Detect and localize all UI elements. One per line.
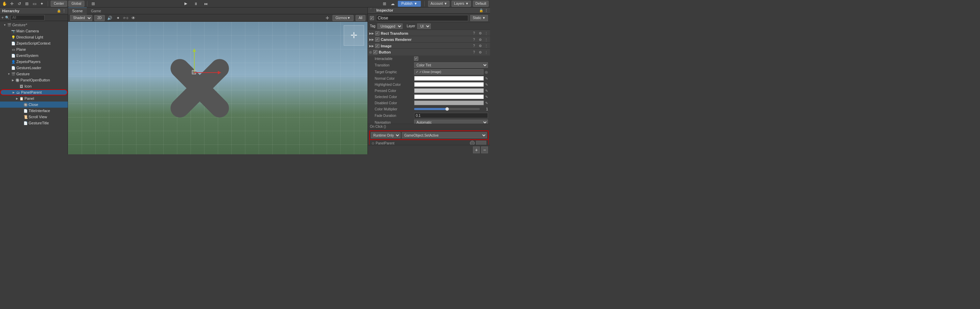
rect-transform-header[interactable]: ▶▶ ✓ Rect Transform ? ⚙ ⋮ [368,30,490,37]
navigation-select[interactable]: Automatic [414,120,488,124]
hand-tool[interactable]: ✋ [2,1,8,7]
button-header[interactable]: ◎ ✓ Button ? ⚙ ⋮ [368,49,490,56]
panel-parent-swatch[interactable] [476,141,486,145]
runtime-select[interactable]: Runtime Only [371,132,401,138]
grid-icon[interactable]: ⊞ [90,1,96,7]
rect-question-icon[interactable]: ? [472,31,476,36]
step-button[interactable]: ⏭ [202,1,210,7]
hierarchy-item-dir-light[interactable]: 💡 Directional Light [0,34,68,40]
publish-button[interactable]: Publish ▼ [398,1,421,7]
hierarchy-item-panel-open-btn[interactable]: ▶ 🔘 PanelOpenButton [0,77,68,83]
canvas-renderer-checkbox[interactable]: ✓ [375,37,379,42]
target-graphic-circle-btn[interactable]: ◎ [485,70,488,74]
canvas-renderer-header[interactable]: ▶▶ ✓ Canvas Renderer ? ⚙ ⋮ [368,36,490,43]
add-hierarchy-btn[interactable]: + [2,15,4,20]
hierarchy-search-input[interactable] [11,15,45,21]
hierarchy-item-title-interface[interactable]: 📄 TitleInterface [0,108,68,114]
image-checkbox[interactable]: ✓ [375,44,379,48]
active-checkbox[interactable]: ✓ [370,16,374,20]
layers-dropdown[interactable]: Layers ▼ [452,1,471,7]
scene-tab[interactable]: Scene [68,8,87,14]
hierarchy-item-gesture-title[interactable]: 📄 GestureTitle [0,120,68,126]
inspector-lock-icon[interactable]: 🔒 [479,8,483,12]
hierarchy-item-event-system[interactable]: 📄 EventSystem [0,53,68,59]
collab-icon[interactable]: ⊞ [382,1,388,7]
cr-menu-icon[interactable]: ⋮ [484,37,488,42]
cr-settings-icon[interactable]: ⚙ [478,37,482,42]
snap-icon[interactable]: ✛ [324,15,331,21]
hidden-icon[interactable]: 👁 [130,15,137,21]
panel-parent-circle-btn[interactable] [470,141,475,145]
transition-select[interactable]: Color Tint [414,62,488,68]
image-header[interactable]: ▶▶ ✓ Image ? ⚙ ⋮ [368,43,490,49]
pause-button[interactable]: ⏸ [192,1,200,7]
cr-question-icon[interactable]: ? [472,37,476,42]
img-question-icon[interactable]: ? [472,43,476,48]
layer-select[interactable]: UI [417,24,431,29]
button-checkbox[interactable]: ✓ [373,50,377,54]
fx-icon[interactable]: ✦ [115,15,121,21]
interactable-checkbox[interactable]: ✓ [414,56,418,61]
move-tool[interactable]: ✛ [9,1,15,7]
normal-color-picker-btn[interactable]: ✎ [485,77,488,80]
remove-component-btn[interactable]: − [481,146,488,153]
hierarchy-item-gesture-loader[interactable]: 📄 GestureLoader [0,65,68,71]
normal-color-swatch[interactable] [414,76,484,81]
btn-settings-icon[interactable]: ⚙ [478,50,482,54]
hierarchy-item-panel-parent[interactable]: ▶ 🗂 PanelParent [0,89,68,95]
highlighted-color-picker-btn[interactable]: ✎ [485,83,488,86]
scale-tool[interactable]: ⊞ [24,1,30,7]
shading-select[interactable]: Shaded [70,15,92,21]
rect-settings-icon[interactable]: ⚙ [478,31,482,36]
pressed-color-picker-btn[interactable]: ✎ [485,89,488,93]
gizmos-btn[interactable]: Gizmos ▼ [332,15,353,21]
2d-toggle[interactable]: 2D [94,15,105,21]
hierarchy-item-scroll-view[interactable]: 📜 Scroll View [0,114,68,120]
hierarchy-item-gesture[interactable]: ▼ 🎬 Gesture* [0,22,68,28]
selected-color-swatch[interactable] [414,94,484,99]
default-layout-dropdown[interactable]: Default [473,1,488,7]
hierarchy-item-main-camera[interactable]: 📷 Main Camera [0,28,68,34]
game-tab[interactable]: Game [87,8,105,14]
tag-select[interactable]: Untagged [377,24,402,29]
rect-transform-name: Rect Transform [381,31,470,35]
hierarchy-item-icon[interactable]: 🖼 Icon [0,83,68,89]
function-select[interactable]: GameObject.SetActive [402,132,487,138]
center-button[interactable]: Center [51,1,67,7]
nav-cube[interactable]: ✛ [344,25,364,46]
disabled-color-swatch[interactable] [414,101,484,105]
cloud-icon[interactable]: ☁ [390,1,396,7]
all-btn[interactable]: All [356,15,366,21]
static-button[interactable]: Static ▼ [470,15,488,21]
btn-question-icon[interactable]: ? [472,50,476,54]
color-multiplier-slider[interactable] [414,108,480,110]
audio-icon[interactable]: 🔊 [107,15,113,21]
img-menu-icon[interactable]: ⋮ [484,43,488,48]
fade-duration-input[interactable] [414,113,488,118]
inspector-menu-icon[interactable]: ⋮ [485,8,488,12]
disabled-color-picker-btn[interactable]: ✎ [485,101,488,105]
add-component-btn[interactable]: + [473,146,480,153]
hierarchy-item-zepeto-script[interactable]: 📄 ZepetoScriptContext [0,40,68,46]
selected-color-picker-btn[interactable]: ✎ [485,95,488,99]
hierarchy-lock-icon[interactable]: 🔒 [57,9,61,13]
rect-tool[interactable]: ▭ [31,1,37,7]
hierarchy-item-plane[interactable]: ▭ Plane [0,46,68,53]
hierarchy-item-zepeto-players[interactable]: 👤 ZepetoPlayers [0,59,68,65]
hierarchy-menu-icon[interactable]: ⋮ [62,9,66,13]
hierarchy-item-panel[interactable]: ▶ 📋 Panel [0,95,68,101]
global-button[interactable]: Global [68,1,84,7]
img-settings-icon[interactable]: ⚙ [478,43,482,48]
pressed-color-swatch[interactable] [414,88,484,93]
btn-menu-icon[interactable]: ⋮ [484,50,488,54]
rotate-tool[interactable]: ↺ [16,1,22,7]
hierarchy-item-gesture-child[interactable]: ▼ 🎬 Gesture [0,71,68,77]
object-name-input[interactable] [376,15,468,21]
transform-tool[interactable]: ✦ [39,1,45,7]
account-dropdown[interactable]: Account ▼ [428,1,450,7]
highlighted-color-swatch[interactable] [414,82,484,87]
rect-transform-checkbox[interactable]: ✓ [375,31,379,35]
hierarchy-item-close[interactable]: 🔘 Close [0,101,68,108]
rect-menu-icon[interactable]: ⋮ [484,31,488,36]
play-button[interactable]: ▶ [182,1,189,7]
